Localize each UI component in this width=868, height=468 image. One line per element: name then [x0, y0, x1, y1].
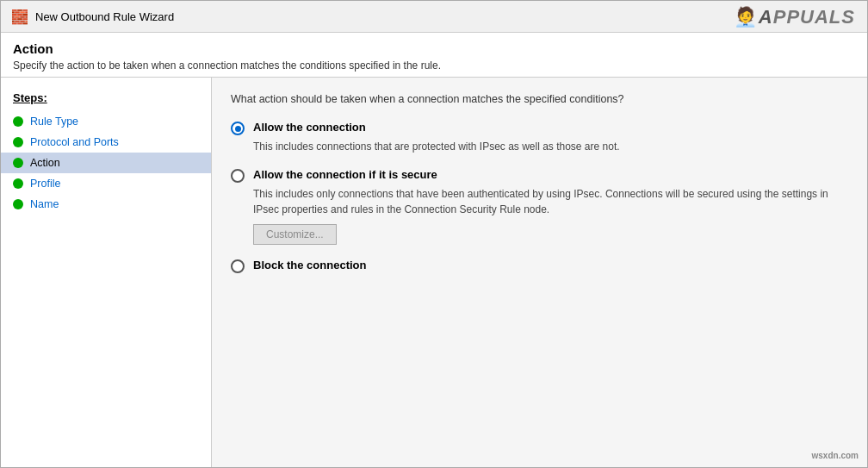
customize-button[interactable]: Customize... — [253, 224, 337, 245]
step-label-protocol-ports: Protocol and Ports — [30, 136, 119, 148]
option-allow-secure-title: Allow the connection if it is secure — [253, 168, 437, 181]
appuals-mascot-icon: 🧑‍💼 — [734, 6, 757, 28]
step-label-action: Action — [30, 157, 60, 169]
option-block-title: Block the connection — [253, 259, 366, 271]
option-block-row: Block the connection — [231, 259, 848, 273]
sidebar-item-protocol-ports[interactable]: Protocol and Ports — [1, 132, 211, 153]
sidebar-item-rule-type[interactable]: Rule Type — [1, 111, 211, 132]
title-bar: 🧱 New Outbound Rule Wizard 🧑‍💼 APPUALS — [1, 1, 867, 33]
window-title: New Outbound Rule Wizard — [35, 10, 174, 23]
option-allow-row: Allow the connection — [231, 121, 848, 135]
step-dot-protocol-ports — [13, 137, 23, 147]
main-content: Steps: Rule Type Protocol and Ports Acti… — [1, 78, 867, 467]
steps-sidebar: Steps: Rule Type Protocol and Ports Acti… — [1, 78, 212, 467]
radio-allow-secure[interactable] — [231, 169, 245, 183]
radio-allow-connection[interactable] — [231, 122, 245, 135]
option-block-connection: Block the connection — [231, 259, 848, 273]
steps-label: Steps: — [1, 86, 211, 111]
step-dot-action — [13, 158, 23, 168]
sidebar-item-profile[interactable]: Profile — [1, 173, 211, 194]
option-allow-desc: This includes connections that are prote… — [253, 139, 848, 154]
sidebar-item-name[interactable]: Name — [1, 194, 211, 215]
step-dot-name — [13, 199, 23, 209]
wizard-window: 🧱 New Outbound Rule Wizard 🧑‍💼 APPUALS A… — [0, 0, 868, 468]
page-description: Specify the action to be taken when a co… — [13, 59, 855, 72]
radio-block-connection[interactable] — [231, 259, 245, 273]
option-allow-title: Allow the connection — [253, 121, 366, 134]
watermark: wsxdn.com — [812, 451, 859, 460]
step-label-profile: Profile — [30, 178, 60, 190]
appuals-logo-text: APPUALS — [759, 6, 855, 28]
content-area: Action Specify the action to be taken wh… — [1, 33, 867, 467]
page-header: Action Specify the action to be taken wh… — [1, 33, 867, 78]
option-allow-secure-row: Allow the connection if it is secure — [231, 168, 848, 183]
option-allow-connection: Allow the connection This includes conne… — [231, 121, 848, 154]
step-label-name: Name — [30, 198, 59, 210]
right-panel: What action should be taken when a conne… — [212, 78, 867, 467]
step-dot-profile — [13, 178, 23, 189]
appuals-logo: 🧑‍💼 APPUALS — [734, 6, 855, 28]
step-label-rule-type: Rule Type — [30, 115, 78, 128]
page-title: Action — [13, 41, 855, 56]
step-dot-rule-type — [13, 116, 23, 127]
option-allow-secure-desc: This includes only connections that have… — [253, 186, 848, 217]
question-text: What action should be taken when a conne… — [231, 93, 848, 105]
window-icon: 🧱 — [11, 8, 28, 25]
option-allow-secure: Allow the connection if it is secure Thi… — [231, 168, 848, 245]
sidebar-item-action[interactable]: Action — [1, 153, 211, 173]
